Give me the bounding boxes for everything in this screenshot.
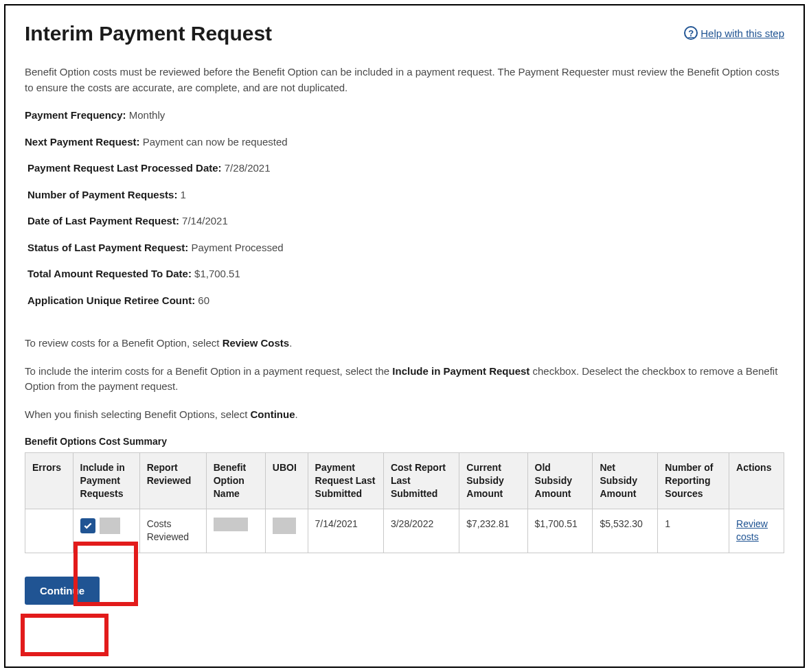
retiree-count-label: Application Unique Retiree Count: bbox=[27, 294, 195, 306]
th-num-sources: Number of Reporting Sources bbox=[658, 453, 729, 509]
include-checkbox[interactable] bbox=[80, 518, 95, 533]
th-errors: Errors bbox=[25, 453, 73, 509]
num-requests-line: Number of Payment Requests: 1 bbox=[27, 187, 784, 203]
instruction-continue: When you finish selecting Benefit Option… bbox=[25, 407, 784, 423]
cell-pr-last-submitted: 7/14/2021 bbox=[308, 509, 383, 553]
check-icon bbox=[83, 521, 93, 531]
th-old-subsidy: Old Subsidy Amount bbox=[527, 453, 593, 509]
th-cr-last-submitted: Cost Report Last Submitted bbox=[383, 453, 459, 509]
instruction-include-checkbox: To include the interim costs for a Benef… bbox=[25, 364, 784, 395]
cell-current-subsidy: $7,232.81 bbox=[459, 509, 527, 553]
last-processed-value: 7/28/2021 bbox=[222, 162, 271, 174]
header-row: Interim Payment Request ? Help with this… bbox=[25, 22, 784, 45]
next-payment-line: Next Payment Request: Payment can now be… bbox=[25, 135, 784, 150]
cell-net-subsidy: $5,532.30 bbox=[593, 509, 658, 553]
benefit-options-table: Errors Include in Payment Requests Repor… bbox=[25, 452, 784, 553]
review-costs-link[interactable]: Review costs bbox=[736, 518, 768, 543]
cell-uboi bbox=[265, 509, 308, 553]
num-requests-value: 1 bbox=[177, 189, 186, 200]
th-net-subsidy: Net Subsidy Amount bbox=[593, 453, 658, 509]
last-request-date-line: Date of Last Payment Request: 7/14/2021 bbox=[27, 213, 784, 229]
th-current-subsidy: Current Subsidy Amount bbox=[459, 453, 527, 509]
th-actions: Actions bbox=[729, 453, 784, 509]
help-link[interactable]: ? Help with this step bbox=[684, 26, 784, 40]
cell-report-reviewed: Costs Reviewed bbox=[139, 509, 206, 553]
payment-frequency-value: Monthly bbox=[126, 109, 166, 121]
description-text: Benefit Option costs must be reviewed be… bbox=[25, 65, 784, 95]
redacted-block bbox=[214, 518, 248, 531]
cell-num-sources: 1 bbox=[658, 509, 729, 553]
last-request-status-value: Payment Processed bbox=[188, 242, 283, 253]
th-uboi: UBOI bbox=[265, 453, 308, 509]
th-report-reviewed: Report Reviewed bbox=[139, 453, 206, 509]
cell-old-subsidy: $1,700.51 bbox=[527, 509, 593, 553]
last-request-date-value: 7/14/2021 bbox=[179, 215, 228, 227]
th-benefit-option: Benefit Option Name bbox=[206, 453, 265, 509]
cell-benefit-option bbox=[206, 509, 265, 553]
table-header-row: Errors Include in Payment Requests Repor… bbox=[25, 453, 784, 509]
last-processed-line: Payment Request Last Processed Date: 7/2… bbox=[27, 161, 784, 176]
total-amount-value: $1,700.51 bbox=[192, 268, 240, 279]
payment-frequency-line: Payment Frequency: Monthly bbox=[25, 108, 784, 124]
retiree-count-value: 60 bbox=[195, 294, 209, 306]
total-amount-label: Total Amount Requested To Date: bbox=[27, 268, 192, 279]
last-request-status-line: Status of Last Payment Request: Payment … bbox=[27, 240, 784, 256]
th-pr-last-submitted: Payment Request Last Submitted bbox=[308, 453, 383, 509]
cell-include bbox=[73, 509, 139, 553]
redacted-block bbox=[100, 518, 120, 534]
cell-actions: Review costs bbox=[729, 509, 784, 553]
th-include: Include in Payment Requests bbox=[73, 453, 139, 509]
table-row: Costs Reviewed 7/14/2021 3/28/2022 $7,23… bbox=[25, 509, 784, 553]
redacted-block bbox=[273, 518, 296, 534]
retiree-count-line: Application Unique Retiree Count: 60 bbox=[27, 293, 784, 309]
page-title: Interim Payment Request bbox=[25, 22, 272, 45]
help-icon: ? bbox=[684, 26, 698, 40]
total-amount-line: Total Amount Requested To Date: $1,700.5… bbox=[27, 266, 784, 282]
last-processed-label: Payment Request Last Processed Date: bbox=[27, 162, 222, 174]
instruction-review-costs: To review costs for a Benefit Option, se… bbox=[25, 336, 784, 351]
cell-cr-last-submitted: 3/28/2022 bbox=[383, 509, 459, 553]
last-request-date-label: Date of Last Payment Request: bbox=[27, 215, 179, 227]
num-requests-label: Number of Payment Requests: bbox=[27, 189, 177, 200]
page-container: Interim Payment Request ? Help with this… bbox=[4, 4, 805, 668]
cell-errors bbox=[25, 509, 73, 553]
next-payment-label: Next Payment Request: bbox=[25, 136, 140, 148]
payment-frequency-label: Payment Frequency: bbox=[25, 109, 126, 121]
help-link-label: Help with this step bbox=[700, 27, 784, 39]
next-payment-value: Payment can now be requested bbox=[140, 136, 288, 148]
last-request-status-label: Status of Last Payment Request: bbox=[27, 242, 188, 253]
continue-button[interactable]: Continue bbox=[25, 577, 100, 605]
highlight-continue bbox=[21, 614, 109, 656]
table-title: Benefit Options Cost Summary bbox=[25, 436, 784, 447]
